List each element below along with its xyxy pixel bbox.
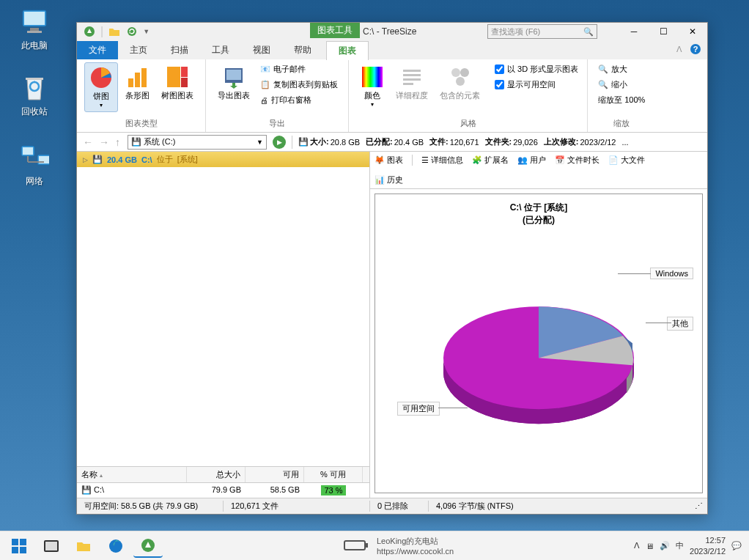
search-input[interactable]: 查找选项 (F6) 🔍	[487, 24, 597, 39]
taskbar-explorer[interactable]	[69, 534, 98, 558]
window-controls: ─ ☐ ✕	[619, 23, 707, 40]
export-chart-button[interactable]: 导出图表	[213, 62, 254, 104]
svg-rect-39	[45, 542, 57, 550]
maximize-button[interactable]: ☐	[649, 23, 678, 40]
tree-item-root[interactable]: ▷ 💾 20.4 GB C:\ 位于 [系统]	[77, 152, 369, 167]
chart-area[interactable]: C:\ 位于 [系统] (已分配)	[374, 194, 703, 493]
tray-notification-icon[interactable]: 💬	[731, 541, 742, 550]
recycle-bin-icon	[20, 73, 49, 103]
bar-chart-button[interactable]: 条形图	[121, 62, 154, 104]
copy-clipboard-button[interactable]: 📋复制图表到剪贴板	[257, 78, 341, 92]
app-icon[interactable]	[83, 25, 96, 38]
view-tab-history[interactable]: 📊历史	[374, 174, 703, 185]
statusbar: 可用空间: 58.5 GB (共 79.9 GB) 120,671 文件 0 已…	[77, 498, 707, 514]
taskbar-treesize[interactable]	[133, 534, 163, 558]
close-button[interactable]: ✕	[678, 23, 707, 40]
svg-rect-17	[135, 73, 140, 87]
task-view-button[interactable]	[37, 534, 66, 558]
view-tabs: 🦊图表 ☰详细信息 🧩扩展名 👥用户 📅文件时长 📄大文件 📊历史	[370, 152, 707, 189]
refresh-icon[interactable]	[125, 25, 139, 38]
tray-monitor-icon[interactable]: 🖥	[646, 542, 654, 550]
app-window: | ▼ 图表工具 C:\ - TreeSize 查找选项 (F6) 🔍 ─ ☐ …	[76, 22, 708, 515]
tray-volume-icon[interactable]: 🔊	[660, 541, 670, 550]
titlebar: | ▼ 图表工具 C:\ - TreeSize 查找选项 (F6) 🔍 ─ ☐ …	[77, 23, 707, 40]
col-name[interactable]: 名称 ▴	[77, 467, 187, 482]
view-tab-topfiles[interactable]: 📄大文件	[608, 155, 645, 166]
svg-rect-4	[26, 78, 43, 80]
pie-label-other: 其他	[667, 317, 693, 331]
chevron-down-icon: ▼	[257, 139, 263, 146]
treemap-button[interactable]: 树图图表	[157, 62, 198, 104]
tray-chevron-icon[interactable]: ᐱ	[634, 541, 640, 550]
start-button[interactable]	[4, 534, 34, 558]
desktop-icon-recycle-bin[interactable]: 回收站	[9, 73, 60, 118]
col-total[interactable]: 总大小	[187, 467, 246, 482]
zoom-100-button[interactable]: 缩放至 100%	[595, 93, 648, 107]
path-combobox[interactable]: 💾 系统 (C:) ▼	[128, 135, 267, 150]
forward-button[interactable]: →	[97, 136, 111, 148]
svg-point-12	[128, 27, 136, 36]
folder-icon[interactable]	[108, 25, 121, 38]
print-button[interactable]: 🖨打印右窗格	[257, 93, 341, 107]
color-button[interactable]: 颜色 ▾	[356, 62, 388, 111]
tray-clock[interactable]: 12:57 2023/2/12	[690, 535, 726, 556]
tray-ime[interactable]: 中	[676, 540, 684, 551]
drive-icon: 💾	[298, 137, 309, 147]
ribbon-group-export: 导出图表 📧电子邮件 📋复制图表到剪贴板 🖨打印右窗格 导出	[206, 59, 349, 132]
more-info[interactable]: ...	[621, 138, 628, 147]
view-tab-users[interactable]: 👥用户	[517, 155, 546, 166]
pie-chart	[429, 270, 649, 446]
svg-rect-21	[181, 78, 188, 87]
table-row[interactable]: 💾 C:\ 79.9 GB 58.5 GB 73 %	[77, 483, 369, 498]
view-tab-extensions[interactable]: 🧩扩展名	[472, 155, 509, 166]
col-free[interactable]: 可用	[246, 467, 304, 482]
tab-file[interactable]: 文件	[77, 41, 118, 59]
svg-rect-1	[24, 12, 45, 25]
show-free-checkbox[interactable]: 显示可用空间	[493, 78, 580, 92]
tab-help[interactable]: 帮助	[282, 41, 323, 59]
files-info: 文件: 120,671	[429, 136, 479, 147]
svg-rect-43	[365, 543, 368, 548]
users-icon: 👥	[517, 155, 528, 165]
svg-point-40	[109, 539, 122, 553]
pie-icon: 🦊	[374, 155, 385, 165]
tree-view[interactable]: ▷ 💾 20.4 GB C:\ 位于 [系统]	[77, 152, 369, 467]
collapse-ribbon-icon[interactable]: ᐱ	[676, 45, 682, 54]
treemap-icon	[166, 65, 189, 89]
expand-icon[interactable]: ▷	[83, 156, 88, 163]
view-tab-chart[interactable]: 🦊图表	[374, 155, 403, 166]
bar-chart-icon	[126, 65, 150, 89]
monitor-icon	[20, 7, 49, 37]
up-button[interactable]: ↑	[114, 136, 122, 148]
include-button[interactable]: 包含的元素	[435, 62, 484, 104]
email-button[interactable]: 📧电子邮件	[257, 62, 341, 76]
view-tab-ages[interactable]: 📅文件时长	[555, 155, 599, 166]
zoom-in-button[interactable]: 🔍放大	[595, 62, 648, 76]
svg-rect-25	[403, 70, 421, 72]
col-pct[interactable]: % 可用	[304, 467, 363, 482]
detail-button[interactable]: 详细程度	[391, 62, 432, 104]
svg-rect-19	[167, 67, 180, 87]
tab-home[interactable]: 主页	[118, 41, 159, 59]
tab-scan[interactable]: 扫描	[159, 41, 200, 59]
taskbar-edge[interactable]	[101, 534, 130, 558]
desktop-icon-network[interactable]: 网络	[9, 143, 60, 188]
svg-rect-3	[27, 31, 42, 33]
view-tab-details[interactable]: ☰详细信息	[421, 155, 463, 166]
export-icon	[222, 65, 246, 89]
back-button[interactable]: ←	[81, 136, 95, 148]
show-3d-checkbox[interactable]: 以 3D 形式显示图表	[493, 62, 580, 76]
tab-chart[interactable]: 图表	[326, 41, 369, 60]
tab-view[interactable]: 视图	[241, 41, 282, 59]
scan-button[interactable]: ▶	[273, 136, 286, 149]
dropdown-arrow-icon[interactable]: ▼	[143, 28, 150, 35]
svg-rect-28	[403, 83, 413, 85]
resize-grip-icon[interactable]: ⋰	[687, 501, 707, 511]
desktop-icon-this-pc[interactable]: 此电脑	[9, 7, 60, 52]
tab-tools[interactable]: 工具	[200, 41, 241, 59]
folders-info: 文件夹: 29,026	[485, 136, 538, 147]
pie-chart-button[interactable]: 饼图 ▾	[84, 62, 118, 112]
minimize-button[interactable]: ─	[619, 23, 649, 40]
help-icon[interactable]: ?	[690, 43, 701, 55]
zoom-out-button[interactable]: 🔍缩小	[595, 78, 648, 92]
